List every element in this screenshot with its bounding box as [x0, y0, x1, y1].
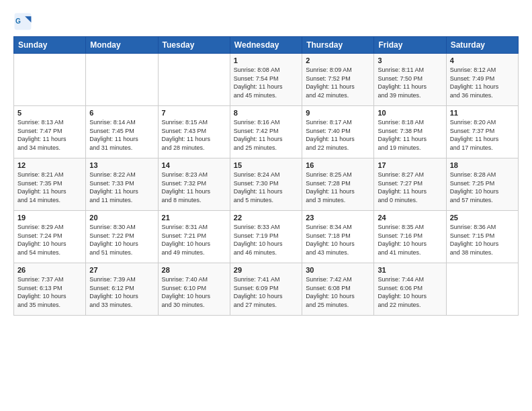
day-number: 8 — [234, 109, 298, 117]
day-info: Sunrise: 8:22 AM Sunset: 7:33 PM Dayligh… — [89, 171, 154, 204]
day-number: 31 — [378, 266, 442, 274]
day-number: 4 — [450, 56, 515, 64]
day-number: 3 — [378, 56, 442, 64]
col-header-friday: Friday — [374, 37, 446, 54]
day-number: 24 — [378, 214, 442, 222]
day-cell — [158, 54, 230, 106]
day-info: Sunrise: 8:33 AM Sunset: 7:19 PM Dayligh… — [234, 223, 298, 257]
day-cell: 25Sunrise: 8:36 AM Sunset: 7:15 PM Dayli… — [446, 211, 518, 263]
day-info: Sunrise: 8:13 AM Sunset: 7:47 PM Dayligh… — [17, 118, 82, 152]
day-number: 19 — [17, 214, 82, 222]
day-number: 14 — [162, 161, 226, 169]
day-info: Sunrise: 7:40 AM Sunset: 6:10 PM Dayligh… — [162, 275, 226, 309]
day-info: Sunrise: 7:37 AM Sunset: 6:13 PM Dayligh… — [17, 275, 82, 309]
day-info: Sunrise: 8:28 AM Sunset: 7:25 PM Dayligh… — [450, 171, 515, 204]
day-info: Sunrise: 8:25 AM Sunset: 7:28 PM Dayligh… — [306, 171, 370, 204]
day-cell: 31Sunrise: 7:44 AM Sunset: 6:06 PM Dayli… — [374, 263, 446, 316]
day-cell — [14, 54, 86, 106]
calendar-table: SundayMondayTuesdayWednesdayThursdayFrid… — [13, 36, 519, 316]
day-cell — [86, 54, 158, 106]
day-info: Sunrise: 8:20 AM Sunset: 7:37 PM Dayligh… — [450, 118, 515, 152]
col-header-tuesday: Tuesday — [158, 37, 230, 54]
day-info: Sunrise: 8:36 AM Sunset: 7:15 PM Dayligh… — [450, 223, 515, 257]
day-number: 1 — [234, 56, 298, 64]
week-row-3: 12Sunrise: 8:21 AM Sunset: 7:35 PM Dayli… — [14, 158, 519, 211]
week-row-4: 19Sunrise: 8:29 AM Sunset: 7:24 PM Dayli… — [14, 211, 519, 263]
day-info: Sunrise: 8:16 AM Sunset: 7:42 PM Dayligh… — [234, 118, 298, 152]
header: G — [13, 12, 519, 31]
day-info: Sunrise: 8:11 AM Sunset: 7:50 PM Dayligh… — [378, 66, 442, 99]
day-cell: 4Sunrise: 8:12 AM Sunset: 7:49 PM Daylig… — [446, 54, 518, 106]
day-info: Sunrise: 8:12 AM Sunset: 7:49 PM Dayligh… — [450, 66, 515, 99]
day-info: Sunrise: 8:30 AM Sunset: 7:22 PM Dayligh… — [89, 223, 154, 257]
day-info: Sunrise: 8:27 AM Sunset: 7:27 PM Dayligh… — [378, 171, 442, 204]
day-cell: 18Sunrise: 8:28 AM Sunset: 7:25 PM Dayli… — [446, 158, 518, 211]
day-cell: 21Sunrise: 8:31 AM Sunset: 7:21 PM Dayli… — [158, 211, 230, 263]
day-number: 5 — [17, 109, 82, 117]
day-number: 17 — [378, 161, 442, 169]
day-cell: 6Sunrise: 8:14 AM Sunset: 7:45 PM Daylig… — [86, 106, 158, 158]
day-cell — [446, 263, 518, 316]
day-number: 26 — [17, 266, 82, 274]
svg-text:G: G — [15, 17, 21, 25]
logo: G — [13, 12, 35, 31]
day-info: Sunrise: 8:31 AM Sunset: 7:21 PM Dayligh… — [162, 223, 226, 257]
day-cell: 30Sunrise: 7:42 AM Sunset: 6:08 PM Dayli… — [302, 263, 374, 316]
day-number: 25 — [450, 214, 515, 222]
day-info: Sunrise: 7:41 AM Sunset: 6:09 PM Dayligh… — [234, 275, 298, 309]
day-number: 7 — [162, 109, 226, 117]
week-row-2: 5Sunrise: 8:13 AM Sunset: 7:47 PM Daylig… — [14, 106, 519, 158]
day-info: Sunrise: 8:35 AM Sunset: 7:16 PM Dayligh… — [378, 223, 442, 257]
week-row-5: 26Sunrise: 7:37 AM Sunset: 6:13 PM Dayli… — [14, 263, 519, 316]
day-number: 20 — [89, 214, 154, 222]
day-cell: 10Sunrise: 8:18 AM Sunset: 7:38 PM Dayli… — [374, 106, 446, 158]
day-cell: 12Sunrise: 8:21 AM Sunset: 7:35 PM Dayli… — [14, 158, 86, 211]
col-header-saturday: Saturday — [446, 37, 518, 54]
day-number: 11 — [450, 109, 515, 117]
day-cell: 13Sunrise: 8:22 AM Sunset: 7:33 PM Dayli… — [86, 158, 158, 211]
day-cell: 28Sunrise: 7:40 AM Sunset: 6:10 PM Dayli… — [158, 263, 230, 316]
day-number: 2 — [306, 56, 370, 64]
day-number: 30 — [306, 266, 370, 274]
day-number: 18 — [450, 161, 515, 169]
day-number: 21 — [162, 214, 226, 222]
day-cell: 9Sunrise: 8:17 AM Sunset: 7:40 PM Daylig… — [302, 106, 374, 158]
day-info: Sunrise: 7:44 AM Sunset: 6:06 PM Dayligh… — [378, 275, 442, 309]
day-cell: 15Sunrise: 8:24 AM Sunset: 7:30 PM Dayli… — [230, 158, 302, 211]
day-cell: 17Sunrise: 8:27 AM Sunset: 7:27 PM Dayli… — [374, 158, 446, 211]
day-cell: 26Sunrise: 7:37 AM Sunset: 6:13 PM Dayli… — [14, 263, 86, 316]
col-header-monday: Monday — [86, 37, 158, 54]
day-cell: 19Sunrise: 8:29 AM Sunset: 7:24 PM Dayli… — [14, 211, 86, 263]
day-number: 29 — [234, 266, 298, 274]
day-number: 15 — [234, 161, 298, 169]
day-number: 22 — [234, 214, 298, 222]
day-number: 28 — [162, 266, 226, 274]
header-row: SundayMondayTuesdayWednesdayThursdayFrid… — [14, 37, 519, 54]
day-cell: 8Sunrise: 8:16 AM Sunset: 7:42 PM Daylig… — [230, 106, 302, 158]
day-cell: 2Sunrise: 8:09 AM Sunset: 7:52 PM Daylig… — [302, 54, 374, 106]
day-cell: 3Sunrise: 8:11 AM Sunset: 7:50 PM Daylig… — [374, 54, 446, 106]
day-info: Sunrise: 8:15 AM Sunset: 7:43 PM Dayligh… — [162, 118, 226, 152]
col-header-wednesday: Wednesday — [230, 37, 302, 54]
day-number: 16 — [306, 161, 370, 169]
day-info: Sunrise: 8:09 AM Sunset: 7:52 PM Dayligh… — [306, 66, 370, 99]
day-info: Sunrise: 7:39 AM Sunset: 6:12 PM Dayligh… — [89, 275, 154, 309]
day-info: Sunrise: 8:08 AM Sunset: 7:54 PM Dayligh… — [234, 66, 298, 99]
day-number: 9 — [306, 109, 370, 117]
day-number: 23 — [306, 214, 370, 222]
day-cell: 24Sunrise: 8:35 AM Sunset: 7:16 PM Dayli… — [374, 211, 446, 263]
day-info: Sunrise: 8:29 AM Sunset: 7:24 PM Dayligh… — [17, 223, 82, 257]
day-info: Sunrise: 8:17 AM Sunset: 7:40 PM Dayligh… — [306, 118, 370, 152]
day-number: 10 — [378, 109, 442, 117]
logo-icon: G — [13, 12, 32, 31]
day-info: Sunrise: 8:21 AM Sunset: 7:35 PM Dayligh… — [17, 171, 82, 204]
day-cell: 16Sunrise: 8:25 AM Sunset: 7:28 PM Dayli… — [302, 158, 374, 211]
day-cell: 14Sunrise: 8:23 AM Sunset: 7:32 PM Dayli… — [158, 158, 230, 211]
day-info: Sunrise: 8:14 AM Sunset: 7:45 PM Dayligh… — [89, 118, 154, 152]
day-cell: 11Sunrise: 8:20 AM Sunset: 7:37 PM Dayli… — [446, 106, 518, 158]
day-number: 13 — [89, 161, 154, 169]
page: G SundayMondayTuesdayWednesdayThursdayFr… — [0, 0, 532, 411]
day-cell: 29Sunrise: 7:41 AM Sunset: 6:09 PM Dayli… — [230, 263, 302, 316]
day-cell: 20Sunrise: 8:30 AM Sunset: 7:22 PM Dayli… — [86, 211, 158, 263]
day-cell: 1Sunrise: 8:08 AM Sunset: 7:54 PM Daylig… — [230, 54, 302, 106]
